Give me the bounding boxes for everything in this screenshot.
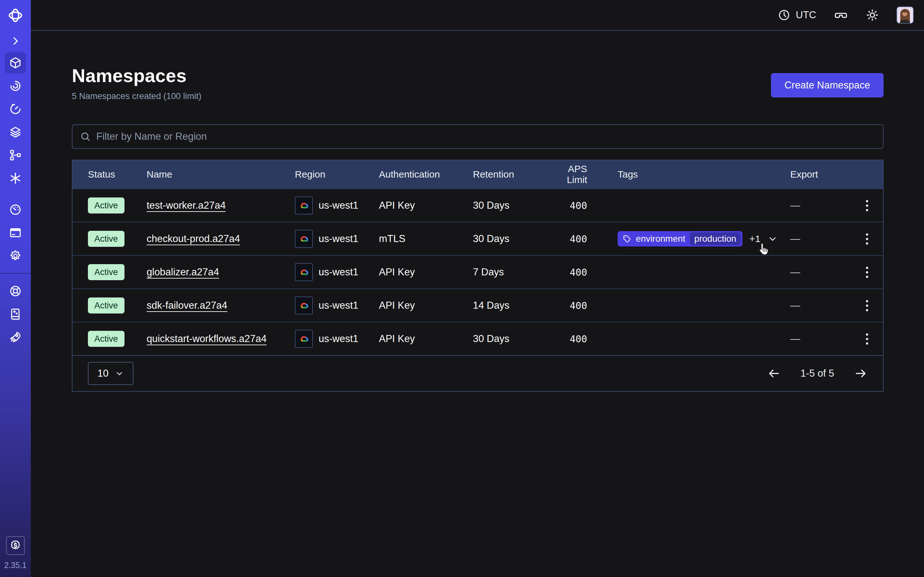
dollar-badge-icon — [9, 540, 21, 552]
namespaces-table: Status Name Region Authentication Retent… — [72, 160, 884, 392]
page-size-select[interactable]: 10 — [88, 362, 134, 385]
tag-pill[interactable]: environment production — [618, 231, 742, 247]
table-row: Active sdk-failover.a27a4 us-west1 API K… — [73, 288, 883, 322]
page-subtitle: 5 Namespaces created (100 limit) — [72, 91, 202, 101]
timer-icon — [9, 103, 22, 115]
gcp-region-icon — [295, 297, 313, 314]
sidebar-item-billing[interactable] — [5, 221, 26, 244]
table-header-row: Status Name Region Authentication Retent… — [73, 160, 883, 189]
status-badge: Active — [88, 197, 124, 213]
namespace-link[interactable]: sdk-failover.a27a4 — [147, 300, 228, 311]
auth-label: mTLS — [379, 233, 473, 245]
chevron-right-icon — [10, 35, 21, 47]
search-icon — [79, 131, 91, 142]
cube-icon — [9, 56, 22, 69]
gear-icon — [9, 250, 22, 262]
retention-label: 14 Days — [473, 300, 545, 311]
namespace-link[interactable]: checkout-prod.a27a4 — [147, 233, 240, 244]
create-namespace-button[interactable]: Create Namespace — [771, 73, 884, 97]
theme-toggle-button[interactable] — [866, 8, 879, 22]
row-menu-button[interactable] — [861, 332, 873, 347]
timezone-selector[interactable]: UTC — [778, 9, 816, 21]
arrow-right-icon — [854, 367, 867, 380]
aps-value: 400 — [545, 200, 587, 211]
clock-icon — [778, 9, 790, 21]
tag-icon — [623, 235, 632, 243]
page-title: Namespaces — [72, 65, 202, 86]
sidebar-item-docs[interactable] — [5, 303, 26, 326]
sidebar: 2.35.1 — [0, 0, 31, 577]
sidebar-item-workflows[interactable] — [5, 74, 26, 97]
table-row: Active checkout-prod.a27a4 us-west1 mTLS… — [73, 222, 883, 255]
table-row: Active globalizer.a27a4 us-west1 API Key… — [73, 255, 883, 288]
export-value: — — [790, 266, 851, 278]
billing-card-icon — [9, 226, 22, 239]
table-footer: 10 1-5 of 5 — [73, 355, 883, 391]
col-retention: Retention — [473, 169, 545, 180]
layers-icon — [9, 126, 22, 139]
prev-page-button[interactable] — [766, 366, 782, 382]
topbar: UTC — [31, 0, 924, 31]
filter-input[interactable] — [96, 131, 876, 142]
region-label: us-west1 — [318, 200, 359, 211]
sidebar-item-deployments[interactable] — [5, 121, 26, 143]
sidebar-item-usage[interactable] — [5, 198, 26, 221]
row-menu-button[interactable] — [861, 231, 873, 247]
namespace-link[interactable]: test-worker.a27a4 — [147, 200, 226, 211]
spiral-icon — [9, 79, 22, 92]
app-version: 2.35.1 — [4, 561, 27, 570]
lifebuoy-icon — [9, 285, 22, 298]
retention-label: 7 Days — [473, 266, 545, 278]
sidebar-item-nexus[interactable] — [5, 167, 26, 190]
row-menu-button[interactable] — [861, 298, 873, 313]
status-badge: Active — [88, 264, 124, 280]
col-export: Export — [790, 169, 851, 180]
export-value: — — [790, 333, 851, 345]
arrow-left-icon — [767, 367, 780, 380]
col-tags: Tags — [587, 169, 790, 180]
labs-toggle-button[interactable] — [834, 8, 848, 23]
pagination-range: 1-5 of 5 — [800, 367, 834, 379]
sidebar-item-support[interactable] — [5, 279, 26, 303]
region-label: us-west1 — [318, 233, 359, 245]
temporal-logo-icon — [0, 0, 31, 31]
sidebar-item-schedules[interactable] — [5, 97, 26, 121]
next-page-button[interactable] — [853, 366, 869, 382]
chevron-down-icon — [115, 369, 124, 378]
tags-expand-button[interactable] — [767, 234, 778, 244]
row-menu-button[interactable] — [861, 198, 873, 213]
retention-label: 30 Days — [473, 200, 545, 211]
book-sparkle-icon — [9, 308, 22, 321]
gcp-region-icon — [295, 263, 313, 281]
rocket-icon — [9, 331, 22, 343]
aps-value: 400 — [545, 334, 587, 345]
auth-label: API Key — [379, 200, 473, 211]
export-value: — — [790, 233, 851, 245]
user-avatar[interactable] — [897, 6, 914, 24]
tag-value: production — [690, 232, 741, 245]
sidebar-expand-button[interactable] — [0, 31, 31, 51]
auth-label: API Key — [379, 333, 473, 345]
auth-label: API Key — [379, 300, 473, 311]
retention-label: 30 Days — [473, 233, 545, 245]
avatar-portrait — [897, 7, 913, 23]
chevron-down-icon — [767, 234, 778, 244]
export-value: — — [790, 200, 851, 211]
sidebar-item-get-started[interactable] — [5, 326, 26, 349]
status-badge: Active — [88, 298, 124, 314]
row-menu-button[interactable] — [861, 265, 873, 280]
region-label: us-west1 — [318, 300, 359, 311]
col-status: Status — [88, 169, 147, 180]
sidebar-item-batch-operations[interactable] — [5, 143, 26, 167]
page-size-value: 10 — [97, 367, 108, 379]
region-label: us-west1 — [318, 333, 359, 345]
aps-value: 400 — [545, 300, 587, 311]
credits-button[interactable] — [6, 536, 25, 555]
table-row: Active quickstart-workflows.a27a4 us-wes… — [73, 322, 883, 355]
sidebar-item-settings[interactable] — [5, 244, 26, 268]
auth-label: API Key — [379, 266, 473, 278]
namespace-link[interactable]: quickstart-workflows.a27a4 — [147, 333, 267, 344]
sun-icon — [866, 8, 879, 22]
sidebar-item-namespaces[interactable] — [5, 52, 26, 73]
namespace-link[interactable]: globalizer.a27a4 — [147, 266, 219, 277]
